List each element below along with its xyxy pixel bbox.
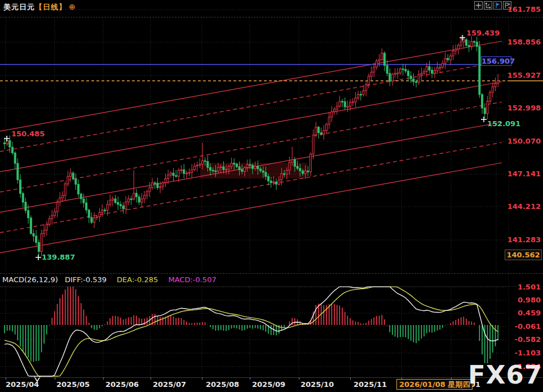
axis-tick	[202, 377, 202, 380]
chart-window: 美元日元【日线】⊕ 161.785158.856155.927152.99815…	[0, 0, 543, 392]
macd-axis-label: 1.501	[501, 283, 541, 292]
price-alert-label: 156.907	[481, 56, 511, 66]
price-axis-label: 158.856	[501, 38, 541, 47]
macd-axis-label: -1.103	[501, 349, 541, 358]
macd-header: MACD(26,12,9) DIFF:-0.539 DEA:-0.285 MAC…	[2, 275, 217, 284]
time-axis-separator	[0, 377, 543, 378]
chart-area[interactable]	[0, 0, 543, 392]
axis-tick	[103, 377, 104, 380]
macd-header-separator	[0, 286, 543, 287]
time-axis-label: 2025/07	[153, 380, 186, 389]
price-axis-label: 144.212	[501, 202, 541, 211]
time-axis-label: 2025/05	[56, 380, 90, 389]
axis-scale-icon[interactable]	[484, 1, 492, 10]
macd-diff-value: DIFF:-0.539	[65, 275, 107, 284]
price-axis-label: 155.927	[501, 71, 541, 80]
axis-tick	[350, 377, 351, 380]
macd-axis-label: -0.582	[501, 335, 541, 344]
current-date-box: 2026/01/08 星期四	[396, 379, 473, 390]
price-marker-label: 139.887	[42, 253, 75, 261]
axis-tick	[6, 377, 6, 380]
time-axis-label: 2025/06	[105, 380, 139, 389]
axis-boxed-price: 140.562	[505, 250, 542, 260]
macd-dea-value: DEA:-0.285	[117, 275, 158, 284]
price-axis-label: 150.070	[501, 137, 541, 146]
macd-axis-label: 0.459	[501, 309, 541, 318]
price-marker-label: 159.439	[466, 29, 500, 37]
price-axis-label: 141.283	[501, 235, 541, 244]
axis-tick	[250, 377, 250, 380]
time-axis-label: 2025/10	[301, 380, 334, 389]
macd-indicator-name: MACD(26,12,9)	[2, 275, 58, 284]
macd-top-separator	[0, 273, 543, 274]
price-marker-label: 150.485	[11, 130, 45, 138]
time-axis-label: 2025/11	[354, 380, 387, 389]
axis-tick	[55, 377, 55, 380]
price-axis-label: 147.141	[501, 170, 541, 179]
price-marker-label: 152.091	[487, 119, 520, 128]
macd-axis-label: -0.061	[501, 322, 541, 331]
macd-axis-label: 0.980	[501, 296, 541, 305]
time-axis-label: 2025/09	[252, 380, 285, 389]
symbol-name: 美元日元	[3, 3, 35, 11]
add-indicator-icon[interactable]: ⊕	[69, 2, 76, 11]
flag-marker-icon[interactable]	[493, 1, 502, 10]
title-bar: 美元日元【日线】⊕	[3, 2, 76, 12]
watermark: FX678	[468, 360, 543, 390]
macd-macd-value: MACD:-0.507	[168, 275, 216, 284]
axis-tick	[151, 377, 151, 380]
price-axis-label: 152.998	[501, 104, 541, 113]
title-separator	[0, 17, 543, 17]
axis-tick	[299, 377, 299, 380]
time-axis-label: 2025/04	[6, 380, 39, 389]
pan-icon[interactable]	[474, 1, 483, 10]
time-axis-label: 2025/08	[206, 380, 239, 389]
price-axis-label: 161.785	[501, 5, 541, 14]
period-label: 【日线】	[35, 3, 67, 11]
